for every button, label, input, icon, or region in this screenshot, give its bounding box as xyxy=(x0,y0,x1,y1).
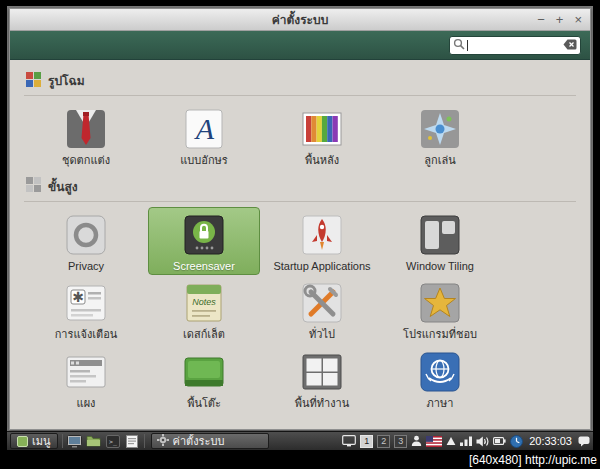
screensaver-icon xyxy=(180,211,228,259)
search-input[interactable] xyxy=(470,39,561,51)
settings-item-label: ลูกเล่น xyxy=(424,154,455,167)
settings-item-desktop[interactable]: พื้นโต๊ะ xyxy=(148,344,260,413)
settings-item-panel[interactable]: แผง xyxy=(30,344,142,413)
settings-content: รูปโฉม ชุดตกแต่ง A แบบอักษร พื้นหลัง xyxy=(10,60,590,429)
display-icon[interactable] xyxy=(342,435,356,447)
settings-item-label: Window Tiling xyxy=(406,260,474,273)
settings-item-label: แผง xyxy=(77,397,96,410)
workspace-switcher-2[interactable]: 2 xyxy=(377,435,390,448)
system-tray: 1 2 3 20:33:0 xyxy=(342,435,590,448)
mint-logo-icon xyxy=(17,436,28,447)
settings-item-desklets[interactable]: Notes เดสก์เล็ต xyxy=(148,275,260,344)
settings-item-label: ชุดตกแต่ง xyxy=(62,154,110,167)
taskbar-separator xyxy=(144,434,145,448)
window-tiling-icon xyxy=(416,211,464,259)
search-icon xyxy=(453,36,465,54)
settings-item-label: Screensaver xyxy=(173,260,235,273)
settings-item-label: ทั่วไป xyxy=(309,328,335,341)
window-controls: − + × xyxy=(537,9,582,30)
settings-item-startup-applications[interactable]: Startup Applications xyxy=(266,207,378,276)
titlebar[interactable]: ค่าตั้งระบบ − + × xyxy=(10,9,590,31)
settings-item-fonts[interactable]: A แบบอักษร xyxy=(148,101,260,170)
themes-icon xyxy=(62,105,110,153)
window-title: ค่าตั้งระบบ xyxy=(10,10,590,29)
taskbar-window-button[interactable]: ค่าตั้งระบบ xyxy=(151,433,269,449)
text-editor-icon[interactable] xyxy=(124,433,140,449)
watermark-text: [640x480] http://upic.me xyxy=(469,453,597,467)
svg-text:A: A xyxy=(194,112,215,145)
settings-item-label: Privacy xyxy=(68,260,104,273)
settings-item-privacy[interactable]: Privacy xyxy=(30,207,142,276)
file-manager-icon[interactable] xyxy=(86,433,102,449)
appearance-grid: ชุดตกแต่ง A แบบอักษร พื้นหลัง ลูกเล่น xyxy=(24,101,576,170)
settings-item-effects[interactable]: ลูกเล่น xyxy=(384,101,496,170)
search-box[interactable] xyxy=(449,36,581,55)
settings-item-label: โปรแกรมที่ชอบ xyxy=(403,328,477,341)
svg-text:>_: >_ xyxy=(109,438,117,446)
settings-item-languages[interactable]: ภาษา xyxy=(384,344,496,413)
close-button[interactable]: × xyxy=(574,13,582,26)
settings-item-backgrounds[interactable]: พื้นหลัง xyxy=(266,101,378,170)
workspaces-icon xyxy=(298,348,346,396)
desktop-icon xyxy=(180,348,228,396)
settings-item-general[interactable]: ทั่วไป xyxy=(266,275,378,344)
backgrounds-icon xyxy=(298,105,346,153)
desklets-icon: Notes xyxy=(180,279,228,327)
settings-item-label: Startup Applications xyxy=(273,260,370,273)
section-title: ขั้นสูง xyxy=(48,177,78,196)
clock-icon[interactable] xyxy=(510,435,523,448)
menu-button-label: เมนู xyxy=(32,432,51,450)
settings-item-screensaver[interactable]: Screensaver xyxy=(148,207,260,276)
workspace-switcher-3[interactable]: 3 xyxy=(394,435,407,448)
general-icon xyxy=(298,279,346,327)
toolbar xyxy=(10,31,590,60)
settings-gear-icon xyxy=(157,434,169,448)
settings-item-label: พื้นที่ทำงาน xyxy=(295,397,350,410)
clock-time[interactable]: 20:33:03 xyxy=(527,435,574,447)
settings-item-label: ภาษา xyxy=(427,397,454,410)
appearance-section-icon xyxy=(26,72,41,90)
settings-item-label: พื้นหลัง xyxy=(305,154,339,167)
workspace-switcher-1[interactable]: 1 xyxy=(360,435,373,448)
flag-us-icon[interactable] xyxy=(426,436,442,447)
section-header-appearance: รูปโฉม xyxy=(24,68,576,96)
notifications-icon: ✱ xyxy=(62,279,110,327)
section-header-advanced: ขั้นสูง xyxy=(24,174,576,202)
show-desktop-icon[interactable] xyxy=(67,433,83,449)
minimize-button[interactable]: − xyxy=(537,13,545,26)
settings-window: ค่าตั้งระบบ − + × xyxy=(9,8,591,430)
section-title: รูปโฉม xyxy=(48,71,85,90)
advanced-section-icon xyxy=(26,177,41,195)
svg-text:Notes: Notes xyxy=(192,297,216,307)
settings-item-notifications[interactable]: ✱ การแจ้งเตือน xyxy=(30,275,142,344)
settings-item-label: แบบอักษร xyxy=(180,154,227,167)
text-caret xyxy=(467,40,468,51)
taskbar-separator xyxy=(62,434,63,448)
settings-item-themes[interactable]: ชุดตกแต่ง xyxy=(30,101,142,170)
battery-icon[interactable] xyxy=(493,437,506,445)
terminal-icon[interactable]: >_ xyxy=(105,433,121,449)
updates-icon[interactable] xyxy=(446,436,456,446)
settings-item-workspaces[interactable]: พื้นที่ทำงาน xyxy=(266,344,378,413)
notifications-tray-icon[interactable] xyxy=(578,436,590,447)
startup-applications-icon xyxy=(298,211,346,259)
fonts-icon: A xyxy=(180,105,228,153)
taskbar-window-label: ค่าตั้งระบบ xyxy=(173,433,225,449)
advanced-grid: Privacy Screensaver Startup Applications… xyxy=(24,207,576,413)
network-icon[interactable] xyxy=(460,436,472,446)
preferred-applications-icon xyxy=(416,279,464,327)
clear-search-icon[interactable] xyxy=(563,36,577,54)
panel-icon xyxy=(62,348,110,396)
settings-item-preferred-applications[interactable]: โปรแกรมที่ชอบ xyxy=(384,275,496,344)
maximize-button[interactable]: + xyxy=(556,13,564,26)
user-icon[interactable] xyxy=(411,435,422,447)
settings-item-window-tiling[interactable]: Window Tiling xyxy=(384,207,496,276)
volume-icon[interactable] xyxy=(476,436,489,447)
settings-item-label: การแจ้งเตือน xyxy=(55,328,118,341)
settings-item-label: เดสก์เล็ต xyxy=(183,328,225,341)
svg-text:✱: ✱ xyxy=(72,289,84,305)
privacy-icon xyxy=(62,211,110,259)
menu-button[interactable]: เมนู xyxy=(10,433,58,449)
taskbar: เมนู >_ ค่าตั้งระบบ 1 2 3 xyxy=(7,431,593,450)
desktop: ค่าตั้งระบบ − + × xyxy=(7,6,593,450)
